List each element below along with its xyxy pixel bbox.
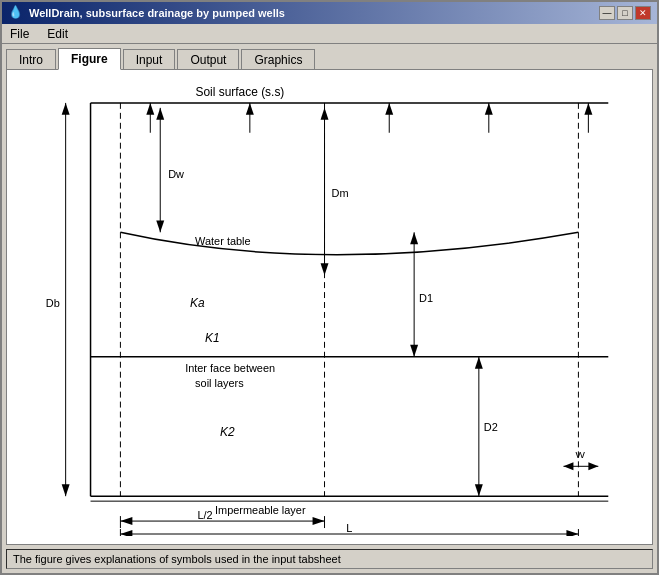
water-table-label: Water table — [195, 235, 251, 247]
main-window: 💧 WellDrain, subsurface drainage by pump… — [0, 0, 659, 575]
svg-marker-37 — [120, 517, 132, 525]
interface-label: Inter face between — [185, 362, 275, 374]
svg-marker-30 — [485, 103, 493, 115]
svg-marker-19 — [475, 484, 483, 496]
svg-marker-21 — [62, 103, 70, 115]
diagram: Soil surface (s.s) — [15, 78, 644, 536]
impermeable-label: Impermeable layer — [215, 504, 306, 516]
window-title: WellDrain, subsurface drainage by pumped… — [29, 7, 285, 19]
tabs-bar: Intro Figure Input Output Graphics — [2, 44, 657, 69]
l-half-label: L/2 — [197, 509, 212, 521]
soil-layers-label: soil layers — [195, 377, 244, 389]
svg-marker-40 — [120, 530, 132, 536]
water-table-curve — [120, 232, 578, 254]
svg-marker-38 — [313, 517, 325, 525]
w-label: W — [575, 449, 585, 460]
ka-label: Ka — [190, 296, 205, 310]
status-bar: The figure gives explanations of symbols… — [6, 549, 653, 569]
svg-marker-24 — [146, 103, 154, 115]
l-label: L — [346, 522, 352, 534]
title-buttons: — □ ✕ — [599, 6, 651, 20]
app-icon: 💧 — [8, 5, 24, 21]
figure-content: Soil surface (s.s) — [6, 69, 653, 545]
minimize-button[interactable]: — — [599, 6, 615, 20]
d1-label: D1 — [419, 292, 433, 304]
dm-label: Dm — [331, 187, 348, 199]
svg-marker-12 — [321, 108, 329, 120]
close-button[interactable]: ✕ — [635, 6, 651, 20]
tab-intro[interactable]: Intro — [6, 49, 56, 70]
svg-marker-35 — [588, 462, 598, 470]
svg-marker-28 — [385, 103, 393, 115]
svg-marker-9 — [156, 108, 164, 120]
menu-file[interactable]: File — [6, 26, 33, 42]
svg-marker-13 — [321, 263, 329, 275]
svg-marker-41 — [566, 530, 578, 536]
svg-marker-15 — [410, 232, 418, 244]
d2-label: D2 — [484, 421, 498, 433]
maximize-button[interactable]: □ — [617, 6, 633, 20]
tab-output[interactable]: Output — [177, 49, 239, 70]
svg-marker-26 — [246, 103, 254, 115]
k2-label: K2 — [220, 425, 235, 439]
menu-edit[interactable]: Edit — [43, 26, 72, 42]
soil-surface-label: Soil surface (s.s) — [195, 85, 284, 99]
title-bar: 💧 WellDrain, subsurface drainage by pump… — [2, 2, 657, 24]
svg-marker-32 — [584, 103, 592, 115]
svg-marker-10 — [156, 220, 164, 232]
tab-figure[interactable]: Figure — [58, 48, 121, 70]
tab-input[interactable]: Input — [123, 49, 176, 70]
status-text: The figure gives explanations of symbols… — [13, 553, 341, 565]
menu-bar: File Edit — [2, 24, 657, 44]
db-label: Db — [46, 297, 60, 309]
diagram-svg: Soil surface (s.s) — [15, 78, 644, 536]
dw-label: Dw — [168, 168, 184, 180]
svg-marker-34 — [563, 462, 573, 470]
k1-label: K1 — [205, 331, 220, 345]
tab-graphics[interactable]: Graphics — [241, 49, 315, 70]
svg-marker-18 — [475, 357, 483, 369]
title-bar-left: 💧 WellDrain, subsurface drainage by pump… — [8, 5, 285, 21]
svg-marker-16 — [410, 345, 418, 357]
svg-marker-22 — [62, 484, 70, 496]
